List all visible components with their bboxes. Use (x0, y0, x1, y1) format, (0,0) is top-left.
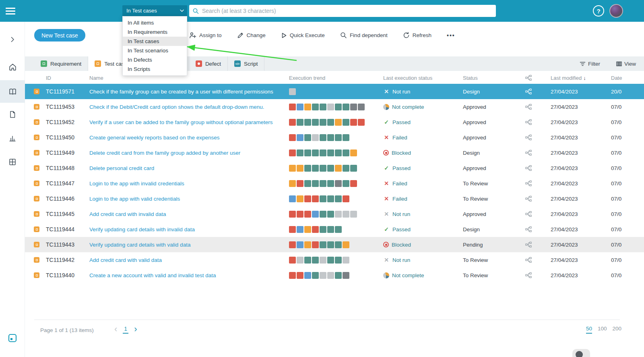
find-dependent-button[interactable]: Find dependent (340, 32, 388, 39)
row-date: 07/0 (611, 135, 644, 141)
col-hierarchy[interactable] (525, 75, 551, 81)
row-name-link[interactable]: Delete personal credit card (89, 165, 289, 171)
row-hierarchy-cell[interactable] (525, 119, 551, 125)
row-name-link[interactable]: Delete credit card from the family group… (89, 150, 289, 156)
scope-menu-item[interactable]: In Scripts (123, 64, 187, 74)
row-hierarchy-cell[interactable] (525, 149, 551, 156)
search-scope-select[interactable]: In Test cases (122, 5, 187, 16)
table-row[interactable]: TC1119571 Check if the family group can … (25, 84, 644, 99)
row-last-modified: 27/04/2023 (551, 135, 611, 141)
row-name-link[interactable]: Login to the app with valid credentials (89, 196, 289, 202)
execution-status-label: Passed (392, 226, 411, 232)
tab-requirement[interactable]: Requirement (34, 56, 88, 71)
more-actions-button[interactable]: ••• (447, 32, 455, 39)
row-hierarchy-cell[interactable] (525, 211, 551, 217)
row-hierarchy-cell[interactable] (525, 241, 551, 248)
view-button[interactable]: View (616, 61, 636, 67)
table-row[interactable]: TC1119452 Verify if a user can be added … (25, 114, 644, 130)
row-hierarchy-cell[interactable] (525, 272, 551, 278)
row-hierarchy-cell[interactable] (525, 134, 551, 141)
row-hierarchy-cell[interactable] (525, 180, 551, 187)
page-size-100[interactable]: 100 (598, 326, 607, 334)
table-row[interactable]: TC1119443 Verify updating card details w… (25, 237, 644, 252)
hamburger-menu-icon[interactable] (6, 6, 16, 16)
col-id[interactable]: ID (46, 75, 89, 81)
page-size-200[interactable]: 200 (612, 326, 621, 334)
execution-trend (289, 211, 383, 218)
user-avatar[interactable] (609, 4, 623, 18)
trend-square (297, 211, 303, 218)
col-trend[interactable]: Execution trend (289, 75, 383, 81)
page-size-50[interactable]: 50 (586, 326, 592, 334)
row-name-link[interactable]: Create general weekly reports based on t… (89, 135, 289, 141)
row-name-link[interactable]: Create a new account with valid and inva… (89, 272, 289, 278)
row-name-link[interactable]: Verify updating card details with valid … (89, 242, 289, 248)
row-name-link[interactable]: Check if the Debit/Credit card option sh… (89, 104, 289, 110)
new-test-case-button[interactable]: New Test case (34, 29, 85, 42)
row-name-link[interactable]: Login to the app with invalid credential… (89, 181, 289, 187)
row-hierarchy-cell[interactable] (525, 88, 551, 95)
table-row[interactable]: TC1119449 Delete credit card from the fa… (25, 145, 644, 160)
tab-script[interactable]: </> Script (228, 56, 265, 71)
table-row[interactable]: TC1119445 Add credit card with invalid d… (25, 206, 644, 222)
table-body: TC1119571 Check if the family group can … (25, 84, 644, 283)
table-row[interactable]: TC1119442 Add credit card with valid dat… (25, 252, 644, 268)
page-number[interactable]: 1 (123, 325, 128, 334)
sidebar-item-documents[interactable] (0, 106, 25, 123)
row-name-link[interactable]: Verify updating card details with invali… (89, 226, 289, 232)
change-button[interactable]: Change (237, 32, 266, 39)
scope-menu-item[interactable]: In All items (123, 18, 187, 27)
filter-button[interactable]: Filter (580, 61, 600, 67)
scope-menu-item[interactable]: In Test scenarios (123, 46, 187, 55)
trend-square (358, 119, 365, 126)
refresh-button[interactable]: Refresh (403, 32, 431, 39)
table-row[interactable]: TC1119447 Login to the app with invalid … (25, 176, 644, 191)
col-status[interactable]: Status (463, 75, 525, 81)
quick-execute-button[interactable]: Quick Execute (281, 32, 325, 39)
trend-square (304, 241, 311, 248)
col-date[interactable]: Date (611, 75, 644, 81)
row-hierarchy-cell[interactable] (525, 226, 551, 232)
chat-widget[interactable] (572, 349, 590, 357)
hierarchy-icon (525, 257, 532, 263)
col-last-exec[interactable]: Last execution status (383, 75, 463, 81)
help-button[interactable]: ? (593, 5, 604, 17)
col-last-modified[interactable]: Last modified↓ (551, 75, 611, 81)
sidebar-item-library[interactable] (0, 80, 25, 103)
assign-to-button[interactable]: Assign to (189, 32, 222, 39)
table-row[interactable]: TC1119440 Create a new account with vali… (25, 268, 644, 283)
table-row[interactable]: TC1119450 Create general weekly reports … (25, 130, 644, 145)
table-row[interactable]: TC1119448 Delete personal credit card ✓ … (25, 160, 644, 176)
row-hierarchy-cell[interactable] (525, 195, 551, 202)
tab-defect[interactable]: Defect (189, 56, 228, 71)
trend-square (289, 119, 296, 126)
row-name-link[interactable]: Verify if a user can be added to the fam… (89, 119, 289, 125)
prev-page-button[interactable]: ‹ (114, 325, 117, 334)
row-hierarchy-cell[interactable] (525, 104, 551, 110)
sidebar-item-reports[interactable] (0, 129, 25, 147)
row-name-link[interactable]: Add credit card with valid data (89, 257, 289, 263)
last-execution-status: ✓ Passed (383, 119, 463, 125)
row-last-modified: 27/04/2023 (551, 181, 611, 187)
scope-menu-item[interactable]: In Requirements (123, 27, 187, 37)
table-row[interactable]: TC1119446 Login to the app with valid cr… (25, 191, 644, 206)
sidebar-expand-button[interactable] (0, 31, 25, 48)
scope-menu-item[interactable]: In Test cases (123, 37, 187, 46)
row-name-link[interactable]: Add credit card with invalid data (89, 211, 289, 217)
row-hierarchy-cell[interactable] (525, 165, 551, 171)
table-row[interactable]: TC1119444 Verify updating card details w… (25, 222, 644, 237)
trend-square (297, 226, 303, 233)
row-date: 07/0 (611, 272, 644, 278)
row-status: To Review (463, 257, 525, 263)
row-name-link[interactable]: Check if the family group can be created… (89, 89, 289, 95)
next-page-button[interactable]: › (134, 325, 137, 334)
execution-status-label: Passed (392, 165, 411, 171)
row-hierarchy-cell[interactable] (525, 257, 551, 263)
scope-menu-item[interactable]: In Defects (123, 55, 187, 64)
sidebar-item-home[interactable] (0, 58, 25, 76)
search-input[interactable] (199, 5, 496, 17)
col-name[interactable]: Name (89, 75, 289, 81)
table-row[interactable]: TC1119453 Check if the Debit/Credit card… (25, 99, 644, 114)
app-logo[interactable] (0, 334, 25, 342)
sidebar-item-grid[interactable] (0, 153, 25, 171)
